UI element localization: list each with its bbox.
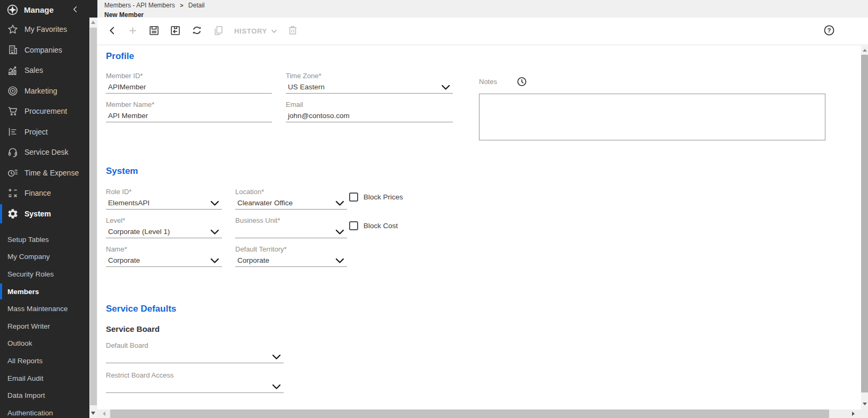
chevron-down-icon[interactable] bbox=[272, 354, 281, 360]
member-id-field[interactable]: Member ID* APIMember bbox=[106, 72, 272, 94]
time-zone-field[interactable]: Time Zone* US Eastern bbox=[286, 72, 453, 94]
content-vertical-scrollbar[interactable] bbox=[861, 46, 868, 409]
help-icon: ? bbox=[823, 24, 835, 38]
sidebar-subitem-security-roles[interactable]: Security Roles bbox=[0, 265, 89, 283]
checkbox-icon[interactable] bbox=[349, 221, 358, 230]
scroll-left-arrow-icon[interactable] bbox=[103, 412, 105, 416]
sidebar-item-procurement[interactable]: Procurement bbox=[0, 101, 89, 122]
checkbox-icon[interactable] bbox=[349, 193, 358, 202]
sidebar-item-project[interactable]: Project bbox=[0, 122, 89, 143]
location-select[interactable]: Clearwater Office bbox=[235, 196, 347, 210]
target-icon bbox=[7, 85, 19, 97]
sidebar-item-label: Service Desk bbox=[24, 148, 68, 156]
sidebar-item-time-expense[interactable]: Time & Expense bbox=[0, 163, 89, 183]
default-board-field[interactable]: Default Board bbox=[106, 341, 284, 363]
breadcrumb[interactable]: Members - API Members bbox=[104, 2, 175, 9]
back-button[interactable] bbox=[107, 24, 117, 38]
clock-list-icon bbox=[7, 167, 19, 179]
default-territory-field[interactable]: Default Territory* Corporate bbox=[235, 245, 347, 267]
sidebar-collapse-icon[interactable] bbox=[71, 5, 80, 14]
content-horizontal-scrollbar[interactable] bbox=[97, 409, 861, 418]
member-id-input[interactable]: APIMember bbox=[106, 80, 272, 94]
chevron-down-icon[interactable] bbox=[441, 84, 450, 90]
delete-button[interactable] bbox=[287, 24, 298, 38]
role-id-field[interactable]: Role ID* ElementsAPI bbox=[106, 188, 222, 210]
scroll-down-arrow-icon[interactable] bbox=[863, 403, 867, 405]
subitem-label: Report Writer bbox=[7, 322, 50, 330]
sidebar-subitem-mass-maintenance[interactable]: Mass Maintenance bbox=[0, 300, 89, 317]
system-section-title: System bbox=[106, 166, 138, 177]
help-button[interactable]: ? bbox=[823, 24, 835, 38]
member-name-input[interactable]: API Member bbox=[106, 109, 272, 122]
refresh-button[interactable] bbox=[191, 24, 203, 38]
service-board-subsection-title: Service Board bbox=[106, 324, 160, 333]
email-input[interactable]: john@contoso.com bbox=[286, 109, 453, 122]
scrollbar-corner bbox=[861, 409, 868, 418]
level-select[interactable]: Corporate (Level 1) bbox=[106, 225, 222, 238]
time-zone-select[interactable]: US Eastern bbox=[286, 80, 453, 94]
sidebar-subitem-all-reports[interactable]: All Reports bbox=[0, 352, 89, 370]
block-cost-checkbox[interactable]: Block Cost bbox=[349, 221, 398, 230]
clock-icon[interactable] bbox=[516, 76, 527, 87]
sidebar-item-system[interactable]: System bbox=[0, 204, 89, 224]
sidebar-scrollbar[interactable] bbox=[89, 18, 97, 418]
chevron-down-icon[interactable] bbox=[210, 229, 219, 235]
block-prices-checkbox[interactable]: Block Prices bbox=[349, 193, 403, 202]
role-id-select[interactable]: ElementsAPI bbox=[106, 196, 222, 210]
compass-logo-icon bbox=[6, 4, 19, 16]
chevron-down-icon[interactable] bbox=[210, 200, 219, 206]
sidebar-subitem-report-writer[interactable]: Report Writer bbox=[0, 317, 89, 335]
level-field[interactable]: Level* Corporate (Level 1) bbox=[106, 216, 222, 238]
notes-textarea[interactable] bbox=[479, 94, 825, 140]
scroll-right-arrow-icon[interactable] bbox=[852, 412, 855, 416]
sidebar-subitem-my-company[interactable]: My Company bbox=[0, 248, 89, 266]
headset-icon bbox=[7, 146, 19, 158]
name-field[interactable]: Name* Corporate bbox=[106, 245, 222, 267]
field-label: Default Territory* bbox=[235, 245, 347, 254]
chevron-down-icon[interactable] bbox=[272, 383, 281, 389]
sidebar-subitem-data-import[interactable]: Data Import bbox=[0, 387, 89, 404]
sidebar-subitem-email-audit[interactable]: Email Audit bbox=[0, 370, 89, 387]
sidebar-item-service-desk[interactable]: Service Desk bbox=[0, 142, 89, 163]
sidebar-item-finance[interactable]: Finance bbox=[0, 183, 89, 204]
default-board-select[interactable] bbox=[106, 350, 284, 363]
history-label: HISTORY bbox=[234, 27, 267, 35]
sidebar-subitem-authentication[interactable]: Authentication bbox=[0, 404, 89, 418]
star-icon bbox=[7, 23, 19, 35]
horizontal-scrollbar-thumb[interactable] bbox=[110, 409, 829, 418]
field-label: Member ID* bbox=[106, 72, 272, 80]
field-label: Default Board bbox=[106, 341, 284, 350]
sidebar-subitem-members[interactable]: Members bbox=[0, 283, 89, 300]
chevron-down-icon[interactable] bbox=[335, 200, 344, 206]
location-field[interactable]: Location* Clearwater Office bbox=[235, 188, 347, 210]
sidebar-item-marketing[interactable]: Marketing bbox=[0, 81, 89, 102]
business-unit-select[interactable] bbox=[235, 225, 347, 238]
save-button[interactable] bbox=[148, 24, 160, 38]
member-name-field[interactable]: Member Name* API Member bbox=[106, 101, 272, 122]
restrict-board-access-select[interactable] bbox=[106, 380, 284, 393]
save-and-close-button[interactable] bbox=[170, 24, 181, 38]
copy-button[interactable] bbox=[213, 24, 224, 38]
sidebar-scrollbar-thumb[interactable] bbox=[90, 28, 97, 405]
field-label: Business Unit* bbox=[235, 216, 347, 225]
add-button[interactable] bbox=[127, 24, 138, 38]
sidebar-subitem-setup-tables[interactable]: Setup Tables bbox=[0, 231, 89, 248]
chevron-down-icon[interactable] bbox=[210, 257, 219, 263]
scroll-up-arrow-icon[interactable] bbox=[863, 49, 867, 52]
history-dropdown[interactable]: HISTORY bbox=[234, 24, 277, 38]
default-territory-select[interactable]: Corporate bbox=[235, 254, 347, 267]
scroll-up-arrow-icon[interactable] bbox=[91, 21, 95, 24]
field-label: Restrict Board Access bbox=[106, 371, 284, 380]
name-select[interactable]: Corporate bbox=[106, 254, 222, 267]
chevron-down-icon[interactable] bbox=[335, 257, 344, 263]
chevron-down-icon[interactable] bbox=[335, 229, 344, 235]
sidebar-item-my-favorites[interactable]: My Favorites bbox=[0, 19, 89, 40]
sidebar-item-companies[interactable]: Companies bbox=[0, 40, 89, 61]
scroll-down-arrow-icon[interactable] bbox=[91, 412, 95, 415]
vertical-scrollbar-thumb[interactable] bbox=[861, 55, 868, 392]
sidebar-subitem-outlook[interactable]: Outlook bbox=[0, 335, 89, 353]
email-field[interactable]: Email john@contoso.com bbox=[286, 101, 453, 122]
restrict-board-access-field[interactable]: Restrict Board Access bbox=[106, 371, 284, 393]
business-unit-field[interactable]: Business Unit* bbox=[235, 216, 347, 238]
sidebar-item-sales[interactable]: Sales bbox=[0, 60, 89, 81]
